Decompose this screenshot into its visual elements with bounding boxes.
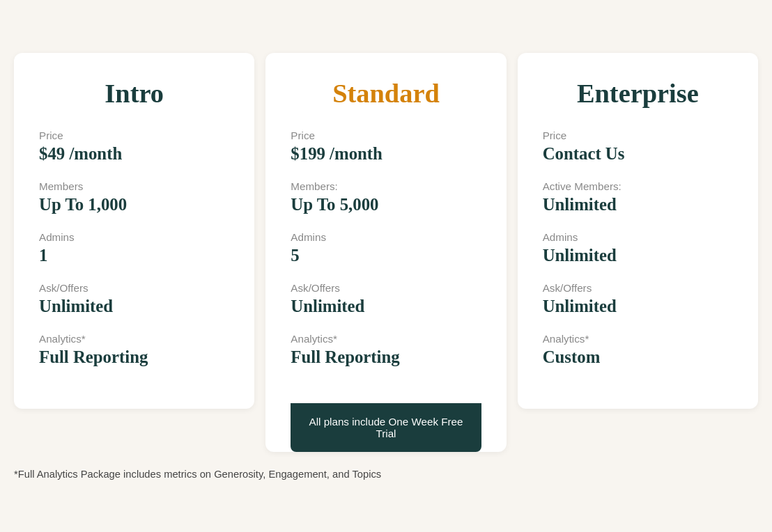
feature-value-intro-3: Unlimited (39, 297, 229, 316)
feature-label-intro-4: Analytics* (39, 333, 229, 345)
feature-value-enterprise-2: Unlimited (543, 246, 733, 265)
footnote: *Full Analytics Package includes metrics… (14, 469, 758, 480)
feature-label-enterprise-3: Ask/Offers (543, 282, 733, 294)
feature-value-standard-3: Unlimited (291, 297, 481, 316)
feature-group-intro-2: Admins1 (39, 231, 229, 265)
feature-label-enterprise-4: Analytics* (543, 333, 733, 345)
feature-value-enterprise-0: Contact Us (543, 144, 733, 164)
feature-value-enterprise-3: Unlimited (543, 297, 733, 316)
feature-label-standard-1: Members: (291, 180, 481, 192)
feature-label-enterprise-1: Active Members: (543, 180, 733, 192)
feature-group-standard-2: Admins5 (291, 231, 481, 265)
free-trial-banner[interactable]: All plans include One Week Free Trial (291, 403, 481, 452)
feature-group-enterprise-4: Analytics*Custom (543, 333, 733, 367)
feature-group-standard-0: Price$199 /month (291, 130, 481, 164)
feature-value-intro-2: 1 (39, 246, 229, 265)
feature-value-standard-2: 5 (291, 246, 481, 265)
feature-group-intro-1: MembersUp To 1,000 (39, 180, 229, 214)
plan-card-intro: IntroPrice$49 /monthMembersUp To 1,000Ad… (14, 53, 254, 409)
feature-label-enterprise-2: Admins (543, 231, 733, 243)
feature-group-enterprise-0: PriceContact Us (543, 130, 733, 164)
feature-value-intro-1: Up To 1,000 (39, 195, 229, 214)
plan-card-standard: StandardPrice$199 /monthMembers:Up To 5,… (265, 53, 506, 452)
plan-name-enterprise: Enterprise (543, 78, 733, 109)
pricing-container: IntroPrice$49 /monthMembersUp To 1,000Ad… (14, 53, 758, 452)
feature-value-enterprise-4: Custom (543, 347, 733, 367)
feature-value-standard-4: Full Reporting (291, 347, 481, 367)
feature-label-standard-4: Analytics* (291, 333, 481, 345)
plan-card-enterprise: EnterprisePriceContact UsActive Members:… (518, 53, 758, 409)
feature-label-standard-3: Ask/Offers (291, 282, 481, 294)
feature-group-intro-4: Analytics*Full Reporting (39, 333, 229, 367)
feature-group-standard-1: Members:Up To 5,000 (291, 180, 481, 214)
feature-group-standard-3: Ask/OffersUnlimited (291, 282, 481, 316)
feature-label-enterprise-0: Price (543, 130, 733, 141)
plan-name-standard: Standard (291, 78, 481, 109)
feature-label-standard-2: Admins (291, 231, 481, 243)
feature-value-intro-4: Full Reporting (39, 347, 229, 367)
feature-value-standard-1: Up To 5,000 (291, 195, 481, 214)
feature-group-enterprise-1: Active Members:Unlimited (543, 180, 733, 214)
feature-label-intro-3: Ask/Offers (39, 282, 229, 294)
feature-label-intro-0: Price (39, 130, 229, 141)
feature-value-standard-0: $199 /month (291, 144, 481, 164)
feature-label-intro-2: Admins (39, 231, 229, 243)
feature-label-standard-0: Price (291, 130, 481, 141)
feature-value-intro-0: $49 /month (39, 144, 229, 164)
feature-group-enterprise-2: AdminsUnlimited (543, 231, 733, 265)
feature-group-standard-4: Analytics*Full Reporting (291, 333, 481, 367)
feature-group-enterprise-3: Ask/OffersUnlimited (543, 282, 733, 316)
feature-group-intro-0: Price$49 /month (39, 130, 229, 164)
feature-group-intro-3: Ask/OffersUnlimited (39, 282, 229, 316)
feature-label-intro-1: Members (39, 180, 229, 192)
plan-name-intro: Intro (39, 78, 229, 109)
feature-value-enterprise-1: Unlimited (543, 195, 733, 214)
